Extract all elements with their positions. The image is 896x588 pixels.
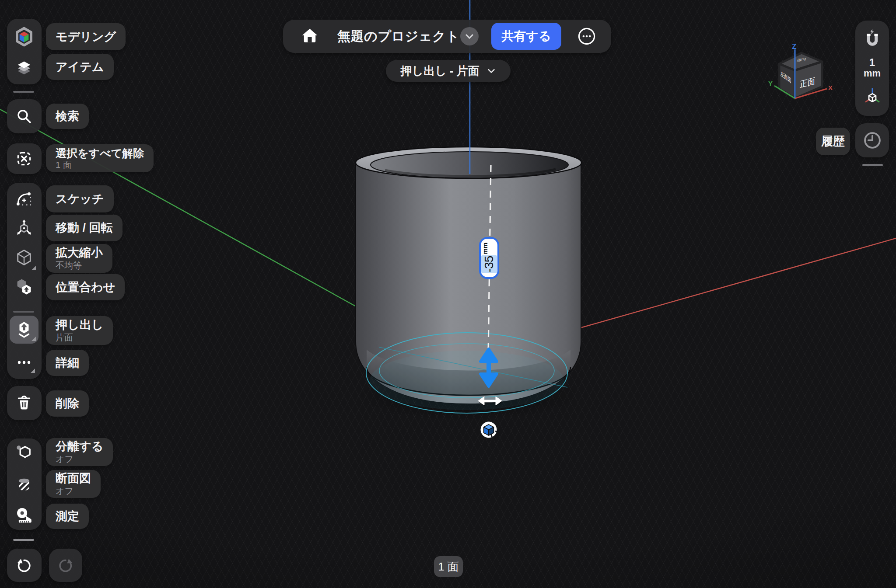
clock-icon xyxy=(861,129,884,152)
deselect-all-label[interactable]: 選択をすべて解除 1 面 xyxy=(46,144,154,172)
move-rotate-icon xyxy=(14,219,34,238)
snap-settings-panel: 1 mm xyxy=(855,21,889,116)
sidebar-divider-1 xyxy=(13,91,34,93)
scale-label[interactable]: 拡大縮小 不均等 xyxy=(46,244,112,273)
history-label-text: 履歴 xyxy=(821,135,845,148)
view-cube-axis-x-label: X xyxy=(828,84,833,91)
detail-label[interactable]: 詳細 xyxy=(46,350,89,376)
sketch-label-text: スケッチ xyxy=(56,192,104,205)
share-button[interactable]: 共有する xyxy=(491,23,561,50)
extrude-subtitle-text: 片面 xyxy=(56,332,103,343)
body-mode-badge[interactable] xyxy=(481,422,498,438)
separate-title-text: 分離する xyxy=(56,440,103,453)
search-button[interactable] xyxy=(10,102,38,130)
separate-subtitle-text: オフ xyxy=(56,454,103,464)
history-label[interactable]: 履歴 xyxy=(816,128,850,155)
tool-popup-chevron-icon xyxy=(486,66,496,76)
history-button[interactable] xyxy=(855,123,889,157)
dimension-unit: mm xyxy=(481,243,489,254)
separate-button[interactable] xyxy=(10,439,38,467)
deselect-all-title: 選択をすべて解除 xyxy=(56,147,144,159)
items-label[interactable]: アイテム xyxy=(46,54,114,80)
active-tool-popup[interactable]: 押し出し - 片面 xyxy=(386,60,511,82)
separate-label[interactable]: 分離する オフ xyxy=(46,438,113,466)
grid-size-control[interactable]: 1 mm xyxy=(864,57,881,79)
align-button[interactable] xyxy=(10,273,38,301)
measure-button[interactable] xyxy=(10,501,38,529)
undo-icon xyxy=(14,556,34,575)
selection-count-text: 1 面 xyxy=(438,559,459,574)
extrude-submenu-indicator xyxy=(32,337,36,341)
active-tool-label: 押し出し - 片面 xyxy=(400,63,479,79)
layers-icon xyxy=(14,59,34,78)
extrude-title-text: 押し出し xyxy=(56,318,103,331)
scale-title-text: 拡大縮小 xyxy=(56,246,103,259)
section-label[interactable]: 断面図 オフ xyxy=(46,470,101,498)
separate-icon xyxy=(14,443,34,463)
grid-size-unit: mm xyxy=(864,68,881,79)
extrude-icon xyxy=(15,320,33,339)
sketch-icon xyxy=(15,190,33,208)
home-button[interactable] xyxy=(300,26,320,48)
view-cube-axis-z-label: Z xyxy=(792,42,796,51)
align-icon xyxy=(14,277,34,296)
items-button[interactable] xyxy=(10,55,38,83)
section-view-icon xyxy=(14,475,34,494)
top-more-button[interactable] xyxy=(577,27,596,46)
delete-label-text: 削除 xyxy=(56,397,79,410)
chevron-down-icon xyxy=(464,31,475,42)
redo-button[interactable] xyxy=(52,551,80,579)
measure-label[interactable]: 測定 xyxy=(46,504,89,529)
project-title[interactable]: 無題のプロジェクト xyxy=(337,20,459,53)
move-rotate-label-text: 移動 / 回転 xyxy=(56,221,113,234)
delete-label[interactable]: 削除 xyxy=(46,390,89,417)
project-menu-button[interactable] xyxy=(460,27,479,45)
deselect-icon xyxy=(15,150,33,168)
redo-icon xyxy=(56,556,75,575)
deselect-all-button[interactable] xyxy=(10,145,38,173)
section-title-text: 断面図 xyxy=(56,472,91,485)
orientation-reset-button[interactable] xyxy=(862,85,882,109)
deselect-all-subtitle: 1 面 xyxy=(56,160,144,170)
ellipsis-circle-icon xyxy=(577,27,596,46)
top-bar: 無題のプロジェクト 共有する xyxy=(283,20,611,53)
extrude-dimension-input[interactable]: -35 mm xyxy=(479,237,499,279)
extrude-label[interactable]: 押し出し 片面 xyxy=(46,316,113,345)
modeling-label[interactable]: モデリング xyxy=(46,23,126,50)
view-cube[interactable]: 上面 左面図 正面 Z Y X xyxy=(761,26,849,101)
move-rotate-button[interactable] xyxy=(10,214,38,242)
detail-label-text: 詳細 xyxy=(56,356,79,369)
scale-icon xyxy=(14,248,34,267)
search-label-text: 検索 xyxy=(56,110,79,123)
trash-icon xyxy=(15,393,33,412)
sidebar-divider-2 xyxy=(13,539,34,541)
items-label-text: アイテム xyxy=(56,60,104,73)
more-tools-submenu-indicator xyxy=(31,369,35,373)
grid-size-value: 1 xyxy=(864,57,881,68)
snap-toggle-button[interactable] xyxy=(863,28,882,50)
axes-cube-icon xyxy=(862,85,882,107)
share-button-label: 共有する xyxy=(501,28,551,45)
align-label[interactable]: 位置合わせ xyxy=(46,274,125,300)
scale-subtitle-text: 不均等 xyxy=(56,260,103,271)
dimension-value: -35 xyxy=(481,255,497,273)
measure-label-text: 測定 xyxy=(56,510,79,523)
scale-submenu-indicator xyxy=(32,266,36,270)
align-label-text: 位置合わせ xyxy=(56,281,115,294)
home-icon xyxy=(300,26,320,46)
undo-button[interactable] xyxy=(10,551,38,579)
delete-button[interactable] xyxy=(10,389,38,417)
sketch-label[interactable]: スケッチ xyxy=(46,185,114,212)
view-cube-axis-y-label: Y xyxy=(768,80,773,87)
magnet-icon xyxy=(863,28,882,49)
move-rotate-label[interactable]: 移動 / 回転 xyxy=(46,215,122,241)
sketch-button[interactable] xyxy=(10,185,38,213)
modeling-button[interactable] xyxy=(10,23,38,51)
right-divider xyxy=(862,164,883,166)
tools-panel-divider xyxy=(13,311,34,313)
modeling-cube-icon xyxy=(14,27,34,47)
selection-count-badge: 1 面 xyxy=(434,556,463,577)
section-view-button[interactable] xyxy=(10,470,38,498)
search-label[interactable]: 検索 xyxy=(46,104,89,129)
measure-icon xyxy=(14,506,34,525)
